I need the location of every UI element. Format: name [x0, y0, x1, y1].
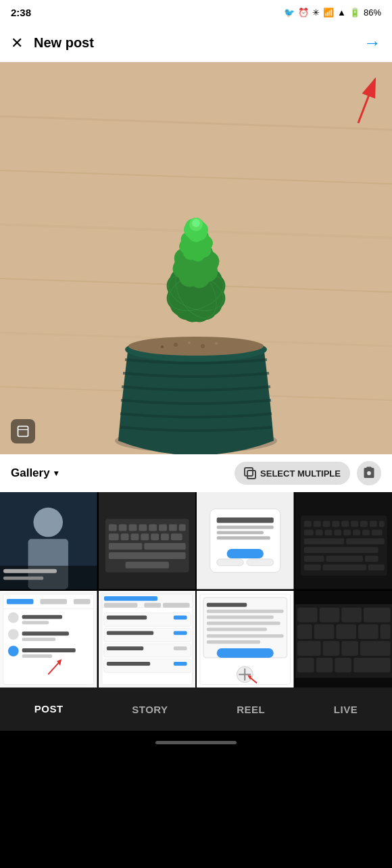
svg-rect-59 — [128, 525, 137, 531]
svg-point-50 — [33, 508, 63, 537]
svg-point-119 — [8, 612, 19, 623]
tab-post[interactable]: POST — [24, 698, 74, 721]
svg-rect-94 — [369, 521, 376, 527]
svg-rect-173 — [336, 624, 356, 639]
svg-rect-103 — [371, 529, 382, 535]
svg-rect-183 — [353, 657, 390, 672]
svg-point-125 — [8, 646, 19, 656]
select-multiple-icon — [244, 467, 256, 479]
svg-rect-159 — [217, 648, 274, 658]
svg-rect-177 — [322, 641, 339, 656]
expand-icon — [16, 425, 30, 438]
next-button[interactable]: → — [364, 32, 381, 53]
camera-button[interactable] — [357, 461, 381, 485]
svg-rect-98 — [324, 529, 332, 535]
camera-icon — [362, 466, 376, 480]
svg-rect-61 — [149, 525, 157, 531]
svg-rect-97 — [315, 529, 322, 535]
alarm-icon: ⏰ — [298, 7, 309, 18]
svg-rect-82 — [227, 549, 264, 558]
svg-rect-123 — [22, 631, 69, 635]
status-bar: 2:38 🐦 ⏰ ✳ 📶 ▲ 🔋 86% — [0, 0, 392, 24]
svg-rect-124 — [22, 637, 55, 641]
svg-rect-181 — [316, 657, 333, 672]
svg-rect-47 — [245, 468, 253, 476]
svg-rect-145 — [173, 646, 187, 650]
svg-rect-73 — [144, 543, 185, 550]
expand-button[interactable] — [11, 419, 35, 443]
svg-rect-57 — [108, 525, 116, 531]
gallery-label-text: Gallery — [11, 466, 50, 480]
svg-rect-93 — [360, 521, 367, 527]
svg-rect-58 — [118, 525, 126, 531]
tab-story[interactable]: STORY — [121, 698, 178, 721]
svg-rect-179 — [360, 641, 390, 656]
svg-point-9 — [128, 337, 264, 356]
bottom-tab-bar: POST STORY REEL LIVE — [0, 688, 392, 731]
svg-rect-148 — [173, 661, 187, 665]
svg-rect-48 — [247, 471, 255, 479]
gallery-item-4[interactable] — [295, 492, 393, 589]
svg-point-11 — [188, 341, 191, 344]
svg-rect-171 — [297, 624, 312, 639]
svg-rect-102 — [362, 529, 369, 535]
select-multiple-button[interactable]: SELECT MULTIPLE — [235, 462, 350, 485]
svg-rect-180 — [297, 657, 314, 672]
svg-rect-141 — [106, 631, 153, 635]
svg-rect-175 — [380, 624, 390, 639]
svg-rect-120 — [22, 614, 62, 619]
gallery-grid — [0, 492, 392, 688]
svg-rect-69 — [151, 533, 159, 540]
svg-rect-108 — [326, 556, 362, 562]
svg-rect-53 — [3, 569, 57, 573]
svg-rect-168 — [319, 607, 339, 622]
gallery-item-5[interactable] — [0, 591, 97, 688]
svg-rect-112 — [368, 564, 384, 571]
svg-rect-99 — [334, 529, 341, 535]
svg-rect-142 — [173, 631, 187, 635]
battery-icon: 🔋 — [349, 7, 360, 18]
gallery-item-7[interactable] — [197, 591, 294, 688]
svg-rect-65 — [108, 533, 118, 540]
battery-percent: 86% — [364, 7, 381, 18]
svg-rect-100 — [343, 529, 351, 535]
svg-rect-134 — [103, 602, 137, 607]
bluetooth-icon: ✳ — [312, 7, 320, 18]
wifi-icon: ▲ — [337, 7, 346, 18]
tab-reel[interactable]: REEL — [226, 698, 276, 721]
svg-rect-101 — [353, 529, 360, 535]
svg-rect-84 — [247, 559, 274, 566]
svg-line-44 — [358, 79, 375, 123]
gallery-item-6[interactable] — [99, 591, 196, 688]
svg-point-13 — [215, 342, 218, 345]
status-time: 2:38 — [11, 7, 31, 18]
header-left: ✕ New post — [11, 35, 94, 51]
tab-live[interactable]: LIVE — [323, 698, 368, 721]
gallery-toolbar: Gallery ▾ SELECT MULTIPLE — [0, 454, 392, 492]
gallery-item-3[interactable] — [197, 492, 294, 589]
select-multiple-label: SELECT MULTIPLE — [260, 468, 341, 479]
svg-rect-81 — [217, 536, 270, 539]
svg-rect-139 — [173, 615, 187, 619]
svg-rect-167 — [297, 607, 317, 622]
svg-rect-74 — [108, 552, 185, 559]
svg-rect-172 — [314, 624, 334, 639]
gallery-item-8[interactable] — [295, 591, 393, 688]
gallery-item-2[interactable] — [99, 492, 196, 589]
gallery-item-1[interactable] — [0, 492, 97, 589]
svg-rect-92 — [351, 521, 358, 527]
svg-rect-109 — [364, 556, 378, 562]
close-button[interactable]: ✕ — [11, 36, 23, 51]
svg-rect-118 — [74, 598, 91, 604]
svg-rect-106 — [303, 547, 378, 553]
svg-rect-83 — [217, 559, 244, 566]
svg-rect-66 — [120, 533, 128, 540]
gallery-dropdown[interactable]: Gallery ▾ — [11, 466, 58, 480]
svg-rect-147 — [106, 661, 149, 665]
svg-rect-70 — [161, 533, 169, 540]
svg-rect-157 — [207, 634, 284, 637]
svg-rect-155 — [207, 621, 280, 625]
svg-rect-116 — [7, 598, 34, 604]
svg-rect-111 — [322, 564, 366, 571]
svg-rect-64 — [178, 525, 185, 531]
